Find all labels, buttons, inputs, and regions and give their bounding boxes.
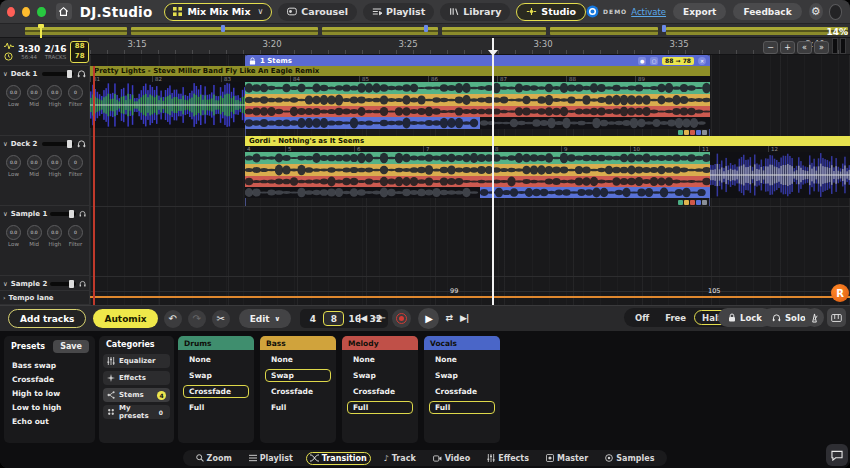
window-zoom-icon[interactable]	[37, 7, 45, 17]
melody-option-crossfade[interactable]: Crossfade	[347, 385, 413, 398]
chevron-right-icon[interactable]: ›	[3, 294, 6, 302]
category-my-presets[interactable]: My presets 0	[103, 405, 170, 419]
keyboard-button[interactable]	[827, 308, 846, 327]
tab-transition[interactable]: Transition	[306, 452, 371, 465]
scroll-right-button[interactable]: »	[814, 41, 829, 54]
filter-knob[interactable]: 0Filter	[67, 155, 84, 177]
track2-stem-indicator-icons[interactable]	[678, 200, 707, 205]
melody-option-full[interactable]: Full	[347, 401, 413, 414]
bass-option-full[interactable]: Full	[265, 401, 331, 414]
mix-selector-dropdown[interactable]: Mix Mix Mix ∨	[164, 3, 272, 21]
tab-track[interactable]: ♪ Track	[380, 452, 420, 465]
deck2-volume-slider[interactable]	[42, 142, 74, 146]
cut-button[interactable]: ✂	[212, 310, 230, 328]
nav-studio[interactable]: Studio	[516, 3, 586, 21]
undo-button[interactable]: ↶	[164, 310, 182, 328]
category-effects[interactable]: Effects	[103, 371, 170, 385]
save-preset-button[interactable]: Save	[53, 340, 89, 353]
headphones-icon[interactable]	[79, 279, 86, 288]
center-playhead-button[interactable]: →|←	[373, 314, 384, 322]
vocals-option-full[interactable]: Full	[429, 401, 495, 414]
preset-item[interactable]: Echo out	[12, 415, 95, 429]
activate-link[interactable]: Activate	[631, 7, 666, 17]
tempo-lane-panel[interactable]: › Tempo lane	[0, 291, 90, 305]
headphones-icon[interactable]	[77, 139, 86, 148]
settings-button[interactable]: ⚙	[809, 3, 823, 20]
preset-item[interactable]: High to low	[12, 387, 95, 401]
mode-off-button[interactable]: Off	[627, 310, 657, 325]
stems-bpm-badge[interactable]: 88 → 78	[662, 57, 694, 65]
mid-knob[interactable]: 0.0Mid	[26, 225, 43, 247]
window-minimize-icon[interactable]	[22, 7, 30, 17]
timeline-ruler[interactable]: 3:15 3:20 3:25 3:30 3:35 3:40	[90, 38, 850, 55]
low-knob[interactable]: 0.0Low	[5, 85, 22, 107]
nav-library[interactable]: Library	[440, 3, 510, 21]
scroll-left-button[interactable]: «	[797, 41, 812, 54]
bass-option-swap[interactable]: Swap	[265, 369, 331, 382]
chevron-down-icon[interactable]: ∨	[3, 280, 8, 288]
avatar[interactable]	[829, 4, 842, 20]
category-stems[interactable]: Stems 4	[103, 388, 170, 402]
sample2-volume-slider[interactable]	[50, 282, 76, 286]
stems-dot-button[interactable]: ●	[638, 57, 646, 65]
mid-knob[interactable]: 0.0Mid	[26, 155, 43, 177]
edit-dropdown[interactable]: Edit ∨	[239, 309, 292, 328]
high-knob[interactable]: 0.0High	[46, 225, 63, 247]
mid-knob[interactable]: 0.0Mid	[26, 85, 43, 107]
timeline-arrangement[interactable]: 1 Stems ● ▢ 88 → 78 ✕ Pretty Lights - St…	[90, 55, 850, 305]
vocals-option-none[interactable]: None	[429, 353, 495, 366]
nav-playlist[interactable]: Playlist	[363, 3, 434, 21]
nav-carousel[interactable]: Carousel	[278, 3, 357, 21]
play-button[interactable]: ▶	[418, 308, 439, 329]
drums-option-crossfade[interactable]: Crossfade	[183, 385, 249, 398]
record-button[interactable]	[392, 309, 411, 328]
loop-button[interactable]: ⇄	[446, 313, 454, 323]
preset-item[interactable]: Bass swap	[12, 359, 95, 373]
tab-playlist[interactable]: Playlist	[245, 452, 297, 465]
bpm-transition-display[interactable]: 88 78	[70, 41, 89, 63]
tempo-automation-line[interactable]	[90, 296, 850, 298]
high-knob[interactable]: 0.0High	[46, 155, 63, 177]
feedback-button[interactable]: Feedback	[733, 3, 801, 20]
bass-option-none[interactable]: None	[265, 353, 331, 366]
melody-option-none[interactable]: None	[347, 353, 413, 366]
filter-knob[interactable]: 0Filter	[67, 225, 84, 247]
overview-playhead-handle[interactable]	[38, 24, 44, 38]
drums-option-swap[interactable]: Swap	[183, 369, 249, 382]
bars-4-button[interactable]: 4	[302, 311, 323, 326]
close-icon[interactable]: ✕	[698, 57, 706, 65]
skip-next-button[interactable]: ▶|	[460, 313, 468, 323]
tab-effects[interactable]: Effects	[483, 452, 533, 465]
tab-zoom[interactable]: Zoom	[192, 452, 236, 465]
preset-item[interactable]: Low to high	[12, 401, 95, 415]
sample1-volume-slider[interactable]	[50, 212, 76, 216]
stems-region-bar[interactable]: 1 Stems ● ▢ 88 → 78 ✕	[245, 55, 710, 66]
zoom-out-button[interactable]: −	[763, 41, 778, 54]
stems-expand-button[interactable]: ▢	[650, 57, 658, 65]
track1-stem-indicator-icons[interactable]	[678, 130, 707, 135]
tab-video[interactable]: Video	[429, 452, 474, 465]
filter-knob[interactable]: 0Filter	[67, 85, 84, 107]
home-button[interactable]	[56, 3, 72, 20]
chevron-down-icon[interactable]: ∨	[3, 70, 8, 78]
automix-button[interactable]: Automix	[93, 309, 157, 328]
mix-overview-strip[interactable]	[0, 24, 850, 38]
track1-title-bar[interactable]: Pretty Lights - Steve Miller Band Fly Li…	[90, 66, 710, 76]
skip-previous-button[interactable]: |◀	[358, 313, 366, 323]
playhead-handle[interactable]	[488, 50, 498, 56]
category-equalizer[interactable]: Equalizer	[103, 354, 170, 368]
rewards-badge[interactable]: R	[831, 284, 849, 302]
metronome-button[interactable]	[805, 308, 824, 327]
headphones-icon[interactable]	[77, 69, 86, 78]
chevron-down-icon[interactable]: ∨	[3, 140, 8, 148]
bars-8-button[interactable]: 8	[323, 311, 344, 326]
tab-master[interactable]: Master	[542, 452, 592, 465]
track2-title-bar[interactable]: Gordi - Nothing's as It Seems	[245, 136, 850, 146]
vocals-option-swap[interactable]: Swap	[429, 369, 495, 382]
bass-option-crossfade[interactable]: Crossfade	[265, 385, 331, 398]
headphones-icon[interactable]	[79, 209, 86, 218]
chevron-down-icon[interactable]: ∨	[3, 210, 8, 218]
low-knob[interactable]: 0.0Low	[5, 225, 22, 247]
high-knob[interactable]: 0.0High	[46, 85, 63, 107]
export-button[interactable]: Export	[673, 3, 726, 20]
